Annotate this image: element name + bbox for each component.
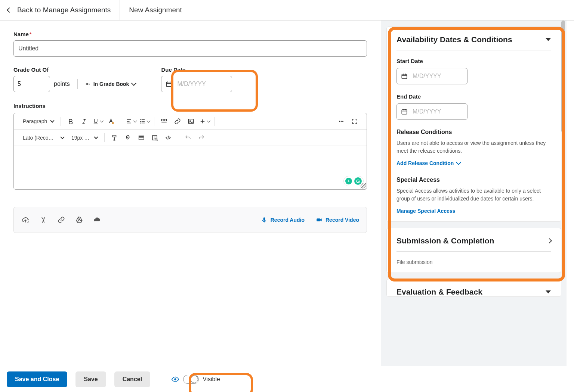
link-icon[interactable] (57, 216, 65, 224)
svg-point-5 (140, 122, 141, 123)
collapse-caret-icon[interactable] (545, 37, 551, 42)
align-button[interactable] (124, 115, 138, 128)
key-icon (85, 81, 90, 87)
format-painter-button[interactable] (108, 131, 121, 144)
svg-rect-13 (113, 135, 116, 137)
evaluation-card: Evaluation & Feedback (386, 279, 561, 297)
clear-format-button[interactable] (121, 131, 135, 144)
upload-cloud-icon[interactable] (21, 216, 30, 224)
name-input[interactable] (13, 40, 367, 57)
calendar-icon (401, 73, 408, 80)
redo-button[interactable] (195, 131, 208, 144)
manage-special-access-link[interactable]: Manage Special Access (396, 208, 455, 214)
quicklink-icon[interactable] (39, 216, 47, 224)
gradebook-label: In Grade Book (93, 81, 129, 87)
svg-rect-18 (263, 217, 265, 221)
special-access-section: Special Access Special Access allows act… (396, 177, 551, 214)
equation-button[interactable] (135, 131, 148, 144)
undo-button[interactable] (181, 131, 195, 144)
italic-button[interactable] (77, 115, 91, 128)
chevron-down-icon (207, 119, 210, 122)
svg-rect-20 (402, 74, 407, 79)
chevron-down-icon (94, 135, 98, 139)
editor-toolbar-1: Paragraph (14, 113, 367, 130)
instructions-editor: Paragraph (13, 113, 367, 190)
end-date-group: End Date (396, 93, 551, 120)
grade-out-of-label: Grade Out Of (13, 66, 136, 73)
chevron-down-icon (100, 119, 104, 122)
chevron-down-icon (456, 160, 461, 165)
save-button[interactable]: Save (75, 371, 106, 387)
collapse-caret-icon[interactable] (545, 290, 551, 294)
chevron-left-icon (7, 7, 12, 13)
insert-image-button[interactable] (184, 115, 198, 128)
chevron-down-icon (133, 119, 137, 122)
svg-point-10 (339, 121, 340, 122)
accessibility-check-button[interactable] (148, 131, 161, 144)
add-release-condition-link[interactable]: Add Release Condition (396, 160, 460, 166)
svg-point-4 (140, 121, 141, 121)
required-asterisk: * (30, 31, 32, 37)
divider (77, 79, 78, 89)
editor-textarea[interactable]: + G (14, 146, 367, 189)
font-color-button[interactable] (104, 115, 118, 128)
special-access-title: Special Access (396, 177, 551, 183)
block-format-select[interactable]: Paragraph (19, 118, 58, 124)
chevron-down-icon (146, 119, 150, 122)
scrollbar[interactable] (561, 21, 565, 133)
availability-card: Availability Dates & Conditions Start Da… (386, 27, 561, 222)
list-button[interactable] (138, 115, 151, 128)
back-to-manage-assignments-link[interactable]: Back to Manage Assignments (0, 0, 120, 20)
fullscreen-button[interactable] (348, 115, 361, 128)
more-actions-button[interactable] (334, 115, 348, 128)
end-date-label: End Date (396, 93, 551, 100)
svg-rect-6 (162, 119, 164, 121)
chevron-down-icon (131, 81, 136, 86)
svg-rect-2 (112, 122, 114, 124)
google-drive-icon[interactable] (75, 216, 83, 224)
svg-point-11 (341, 121, 342, 122)
svg-point-3 (140, 119, 141, 120)
bold-button[interactable] (64, 115, 77, 128)
editor-toolbar-2: Lato (Recom… 19px … (14, 130, 367, 146)
evaluation-title: Evaluation & Feedback (396, 287, 482, 296)
name-label: Name* (13, 31, 368, 37)
attachment-panel: Record Audio Record Video (13, 207, 367, 233)
cancel-button[interactable]: Cancel (114, 371, 150, 387)
svg-rect-21 (402, 110, 407, 114)
toggle-switch[interactable] (183, 375, 199, 384)
top-bar: Back to Manage Assignments New Assignmen… (0, 0, 574, 21)
settings-sidebar: Availability Dates & Conditions Start Da… (381, 21, 567, 389)
svg-rect-7 (164, 119, 167, 121)
insert-stuff-button[interactable] (157, 115, 171, 128)
grade-out-of-group: Grade Out Of points In Grade Book (13, 66, 136, 92)
in-grade-book-dropdown[interactable]: In Grade Book (85, 81, 136, 87)
font-family-select[interactable]: Lato (Recom… (19, 135, 68, 141)
visibility-label: Visible (203, 376, 220, 383)
start-date-group: Start Date (396, 58, 551, 84)
chevron-down-icon (50, 118, 55, 122)
font-size-select[interactable]: 19px … (68, 135, 101, 141)
submission-type: File submission (396, 259, 551, 265)
insert-link-button[interactable] (171, 115, 184, 128)
save-and-close-button[interactable]: Save and Close (7, 371, 67, 387)
source-code-button[interactable] (161, 131, 175, 144)
svg-rect-19 (317, 218, 320, 221)
svg-point-14 (127, 137, 129, 138)
expand-caret-icon[interactable] (547, 238, 552, 243)
release-conditions-section: Release Conditions Users are not able to… (396, 129, 551, 166)
svg-rect-8 (189, 119, 194, 124)
record-video-button[interactable]: Record Video (316, 217, 359, 223)
svg-point-0 (86, 83, 88, 85)
insert-more-button[interactable] (198, 115, 211, 128)
onedrive-icon[interactable] (93, 216, 101, 224)
underline-button[interactable] (91, 115, 104, 128)
special-access-description: Special Access allows activities to be a… (396, 187, 551, 203)
visibility-toggle[interactable]: Visible (171, 375, 220, 384)
resize-handle[interactable] (361, 183, 366, 189)
release-conditions-description: Users are not able to access or view the… (396, 139, 551, 155)
record-audio-button[interactable]: Record Audio (261, 217, 305, 223)
start-date-label: Start Date (396, 58, 551, 64)
submission-card: Submission & Completion File submission (386, 228, 561, 273)
grade-points-input[interactable] (13, 76, 50, 92)
